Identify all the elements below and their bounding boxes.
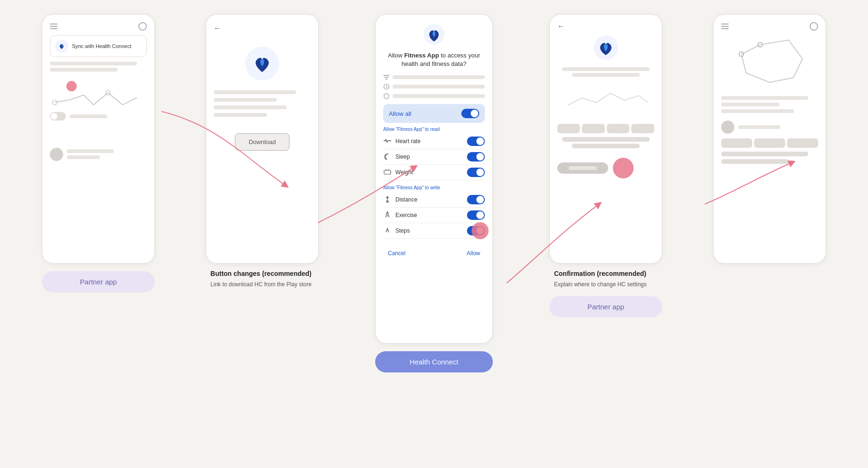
exercise-toggle[interactable] — [467, 210, 485, 220]
svg-rect-6 — [384, 170, 391, 174]
conf-wide-bar-2 — [572, 144, 640, 148]
allow-button[interactable]: Allow — [462, 247, 485, 259]
weight-text: Weight — [395, 169, 413, 176]
heart-rate-toggle[interactable] — [467, 137, 485, 146]
steps-text: Steps — [395, 227, 410, 234]
section-confirmation: ← — [526, 14, 685, 317]
label-partner-app-2: Partner app — [549, 296, 662, 317]
desc-bar-4 — [214, 113, 267, 117]
phone-mockup-5 — [713, 14, 826, 264]
desc-title-conf: Confirmation (recommended) — [554, 269, 658, 278]
weight-toggle[interactable] — [467, 168, 485, 177]
sync-row[interactable]: Sync with Health Connect — [50, 35, 147, 57]
cancel-button[interactable]: Cancel — [383, 247, 410, 259]
bottom-bar-item-1 — [50, 147, 147, 161]
phone-header-2: ← — [214, 24, 311, 32]
avatar-5 — [721, 121, 734, 134]
chip-1 — [557, 124, 580, 133]
permission-heart-rate[interactable]: Heart rate — [383, 134, 485, 149]
section-partner-app-1: Sync with Health Connect — [19, 14, 178, 292]
sleep-toggle[interactable] — [467, 152, 485, 161]
name-bar-5 — [738, 125, 780, 129]
filter-bar-3 — [393, 94, 485, 98]
chip-3 — [607, 124, 630, 133]
pink-dot-conf-container — [613, 158, 634, 178]
hc-logo-conf-container — [557, 35, 654, 62]
gear-icon-1 — [138, 22, 147, 31]
phone-header-1 — [50, 22, 147, 31]
shield-icon — [383, 93, 390, 99]
permission-weight[interactable]: Weight — [383, 165, 485, 180]
chips-row-5 — [721, 138, 818, 148]
bottom-bar-item-5 — [721, 121, 818, 134]
phone-mockup-4: ← — [549, 14, 662, 264]
chip-5-2 — [754, 138, 785, 148]
desc-area-download: Button changes (recommended) Link to dow… — [210, 269, 314, 289]
sleep-icon — [383, 153, 392, 161]
conf-graph-area — [557, 81, 654, 119]
permission-label-group-steps: Steps — [383, 226, 410, 235]
permission-exercise[interactable]: Exercise — [383, 208, 485, 223]
phone-mockup-1: Sync with Health Connect — [42, 14, 155, 264]
allow-all-toggle[interactable] — [461, 109, 479, 118]
sleep-text: Sleep — [395, 153, 410, 160]
title-part1: Allow — [388, 52, 404, 59]
hc-logo-conf — [594, 35, 618, 60]
permission-label-group-ex: Exercise — [383, 211, 417, 220]
hc-logo-large — [245, 47, 279, 81]
gear-icon-5 — [810, 22, 818, 31]
right-bar-2 — [721, 103, 780, 106]
allow-all-row[interactable]: Allow all — [383, 104, 485, 123]
label-partner-app-1: Partner app — [42, 271, 155, 292]
desc-bar-2 — [214, 98, 277, 102]
weight-icon — [383, 169, 392, 176]
label-health-connect: Health Connect — [375, 351, 493, 372]
back-icon-2[interactable]: ← — [214, 24, 221, 32]
right-wide-bar-2 — [721, 159, 789, 164]
hc-logo-small — [55, 40, 68, 53]
distance-toggle[interactable] — [467, 195, 485, 204]
chips-row — [557, 124, 654, 133]
desc-title-download: Button changes (recommended) — [210, 269, 314, 278]
section-partner-app-2 — [690, 14, 849, 264]
permission-steps[interactable]: Steps — [383, 223, 485, 239]
right-bar-3 — [721, 109, 794, 113]
section-health-connect: Allow Fitness App to access your health … — [346, 14, 522, 372]
conf-bar-1 — [562, 67, 649, 71]
hamburger-icon-5 — [721, 24, 729, 29]
desc-area-conf: Confirmation (recommended) Explain where… — [554, 269, 658, 289]
filter-bar — [393, 75, 485, 79]
conf-line-graph — [557, 81, 654, 114]
filter-icons-row-2 — [383, 83, 485, 90]
desc-bar-1 — [214, 90, 296, 94]
hc-dialog: Allow Fitness App to access your health … — [375, 14, 493, 344]
sync-text: Sync with Health Connect — [72, 43, 131, 49]
distance-text: Distance — [395, 196, 418, 203]
back-icon-4[interactable]: ← — [557, 22, 565, 31]
desc-bar-3 — [214, 105, 287, 109]
graph-area-1 — [50, 76, 147, 123]
pink-dot-conf — [613, 158, 634, 178]
sub-bar-1 — [67, 155, 100, 159]
conf-toggle-btn[interactable] — [557, 162, 608, 174]
permission-sleep[interactable]: Sleep — [383, 149, 485, 165]
gray-bar-2 — [50, 68, 118, 72]
title-bold: Fitness App — [404, 52, 439, 59]
right-bar-1 — [721, 96, 808, 100]
conf-toggle-area — [557, 158, 654, 178]
read-section-label: Allow "Fitness App" to read — [383, 127, 485, 132]
svg-marker-10 — [741, 40, 803, 82]
filter-icons-row — [383, 74, 485, 81]
shape-graph-5 — [721, 35, 818, 92]
section-download: ← Download Button changes (recom — [183, 14, 342, 289]
hc-icon-top — [383, 24, 485, 47]
line-graph-1 — [50, 76, 147, 114]
permission-distance[interactable]: Distance — [383, 192, 485, 208]
filter-icons-row-3 — [383, 93, 485, 99]
permission-label-group-dist: Distance — [383, 195, 418, 204]
filter-icon — [383, 74, 390, 81]
download-button[interactable]: Download — [235, 133, 289, 151]
chip-5-3 — [787, 138, 818, 148]
permission-label-group-weight: Weight — [383, 169, 413, 176]
hc-dialog-title: Allow Fitness App to access your health … — [383, 51, 485, 68]
